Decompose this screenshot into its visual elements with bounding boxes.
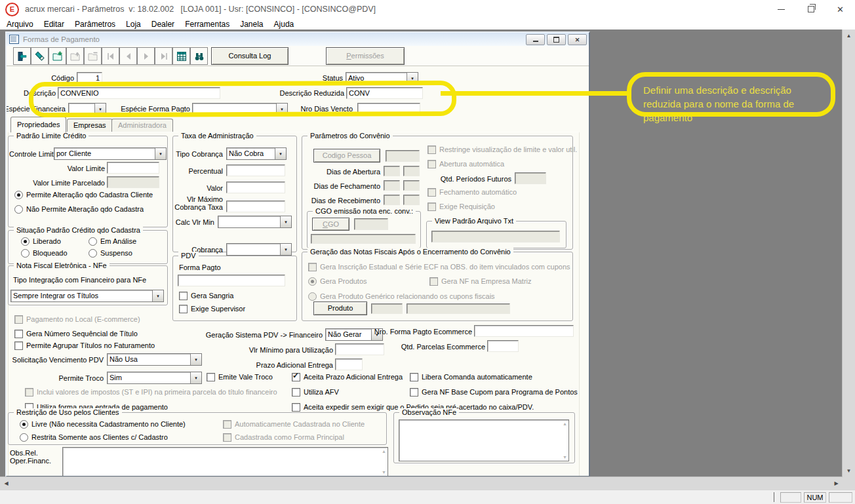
radio-liberado[interactable]: Liberado (21, 237, 61, 246)
cgo-button: CGO (312, 218, 349, 231)
delete-record-button[interactable] (84, 47, 102, 65)
exit-button[interactable] (13, 47, 31, 65)
dropdown-arrow-icon[interactable] (280, 216, 291, 227)
cobranca-select[interactable] (226, 243, 292, 256)
tipo-cobranca-select[interactable]: Não Cobra (226, 147, 287, 160)
radio-bloqueado[interactable]: Bloqueado (21, 249, 68, 258)
percentual-input[interactable] (226, 165, 285, 176)
descricao-input[interactable]: CONVENIO (58, 87, 220, 99)
checkbox-aceita-prazo[interactable]: Aceita Prazo Adicional Entrega (292, 373, 403, 381)
radio-em-analise[interactable]: Em Análise (89, 237, 136, 246)
prazo-adicional-input[interactable] (335, 359, 363, 370)
first-record-button[interactable] (102, 47, 119, 65)
radio-restrita[interactable]: Restrita Somente aos Clientes c/ Cadastr… (20, 433, 168, 442)
next-record-button[interactable] (137, 47, 155, 65)
restore-button[interactable] (796, 0, 825, 18)
checkbox-emite-vale-troco[interactable]: Emite Vale Troco (207, 373, 273, 381)
nro-dias-vencto-input[interactable] (357, 103, 420, 115)
dropdown-arrow-icon[interactable] (280, 244, 291, 255)
minimize-icon (533, 41, 538, 42)
status-select[interactable]: Ativo (346, 72, 418, 85)
menu-arquivo[interactable]: Arquivo (1, 20, 39, 29)
mdi-horizontal-scrollbar[interactable]: ◀ ▶ (0, 476, 843, 490)
minimize-button[interactable] (766, 0, 796, 18)
last-record-button[interactable] (155, 47, 172, 65)
scroll-down-icon[interactable]: ▼ (563, 455, 567, 459)
scroll-up-icon[interactable]: ▲ (382, 449, 386, 454)
menu-janela[interactable]: Janela (235, 20, 268, 29)
codigo-input[interactable]: 1 (77, 72, 102, 84)
calc-vlr-min-select[interactable] (218, 216, 292, 228)
menu-editar[interactable]: Editar (39, 20, 70, 29)
forma-pagto-input[interactable] (178, 275, 285, 286)
restore-record-button[interactable] (66, 47, 84, 65)
tab-empresas[interactable]: Empresas (67, 119, 113, 132)
dropdown-arrow-icon[interactable] (190, 354, 201, 365)
checkbox-libera-comanda[interactable]: Libera Comanda automaticamente (410, 373, 532, 381)
tab-administradora[interactable]: Administradora (111, 119, 173, 132)
close-icon: ✕ (837, 5, 844, 14)
obs-rel-textarea[interactable]: ▲▼ (62, 447, 388, 476)
valor-limite-parcelado-label: Valor Limite Parcelado (13, 179, 105, 187)
controle-limite-select[interactable]: por Cliente (54, 147, 167, 160)
tab-propriedades[interactable]: Propriedades (10, 117, 66, 132)
descricao-reduzida-label: Descrição Reduzida (223, 89, 344, 98)
dropdown-arrow-icon[interactable] (275, 148, 286, 159)
scroll-down-icon[interactable]: ▼ (843, 465, 855, 477)
consulta-log-button[interactable]: Consulta Log (211, 47, 288, 65)
scroll-right-icon[interactable]: ▶ (830, 477, 843, 490)
dias-recebimento-input-1 (384, 195, 400, 205)
menu-parametros[interactable]: Parâmetros (70, 20, 121, 29)
solicitacao-vencimento-select[interactable]: Não Usa (107, 353, 202, 366)
erase-button[interactable] (31, 47, 49, 65)
grid-view-button[interactable] (172, 47, 190, 65)
scroll-left-icon[interactable]: ◀ (0, 477, 12, 490)
scroll-up-icon[interactable]: ▲ (563, 421, 567, 426)
menu-ajuda[interactable]: Ajuda (269, 20, 300, 29)
menu-bar: Arquivo Editar Parâmetros Loja Dealer Fe… (0, 18, 855, 29)
menu-ferramentas[interactable]: Ferramentas (180, 20, 235, 29)
qtd-parcelas-input[interactable] (487, 340, 519, 352)
search-button[interactable] (190, 47, 208, 65)
valor-limite-input[interactable] (107, 162, 159, 174)
radio-suspenso[interactable]: Suspenso (89, 249, 132, 258)
radio-livre[interactable]: Livre (Não necessita Cadastramento no Cl… (20, 420, 186, 429)
dropdown-arrow-icon[interactable] (407, 73, 418, 84)
checkbox-gera-sangria[interactable]: Gera Sangria (179, 292, 233, 300)
checkbox-permite-agrupar[interactable]: Permite Agrupar Títulos no Faturamento (14, 341, 155, 350)
checkbox-gera-nf-base-cupom[interactable]: Gera NF Base Cupom para Programa de Pont… (410, 388, 578, 397)
dropdown-arrow-icon[interactable] (152, 290, 163, 301)
valor-input[interactable] (226, 182, 285, 193)
permissoes-button[interactable]: Permissões (326, 47, 405, 65)
observacao-nfe-textarea[interactable]: ▲▼ (399, 419, 569, 461)
dropdown-arrow-icon[interactable] (94, 104, 106, 115)
produto-button[interactable]: Produto (313, 301, 367, 315)
dropdown-arrow-icon[interactable] (155, 148, 166, 159)
nro-forma-ecommerce-input[interactable] (474, 325, 574, 337)
scroll-down-icon[interactable]: ▼ (382, 470, 386, 475)
scroll-up-icon[interactable]: ▲ (843, 29, 855, 42)
add-record-button[interactable] (49, 47, 66, 65)
vlr-maximo-input[interactable] (226, 201, 285, 212)
close-button[interactable]: ✕ (825, 0, 855, 18)
checkbox-inclui-impostos: Inclui valores de impostos (ST e IPI) na… (25, 388, 277, 397)
menu-loja[interactable]: Loja (121, 20, 146, 29)
descricao-reduzida-input[interactable]: CONV (346, 87, 423, 99)
mdi-vertical-scrollbar[interactable]: ▲ ▼ (842, 29, 855, 477)
menu-dealer[interactable]: Dealer (146, 20, 180, 29)
child-close-button[interactable]: ✕ (568, 34, 587, 45)
especie-financeira-label: Espécie Financeira (7, 105, 66, 113)
checkbox-utiliza-afv[interactable]: Utiliza AFV (292, 388, 339, 397)
checkbox-exige-supervisor[interactable]: Exige Supervisor (179, 305, 245, 313)
radio-nao-permite-alteracao[interactable]: Não Permite Alteração qdo Cadastra (14, 205, 144, 214)
first-record-icon (105, 50, 117, 62)
checkbox-gera-numero-sequencial[interactable]: Gera Número Sequêncial de Título (14, 330, 138, 338)
radio-permite-alteracao[interactable]: Permite Alteração qdo Cadastra Cliente (14, 191, 153, 199)
permite-troco-select[interactable]: Sim (107, 372, 202, 384)
child-minimize-button[interactable] (526, 34, 545, 45)
tipo-integracao-select[interactable]: Sempre Integrar os Títulos (10, 290, 164, 302)
dropdown-arrow-icon[interactable] (190, 372, 201, 383)
child-maximize-button[interactable] (547, 34, 566, 45)
prior-record-button[interactable] (119, 47, 137, 65)
especie-financeira-select[interactable] (68, 103, 106, 115)
